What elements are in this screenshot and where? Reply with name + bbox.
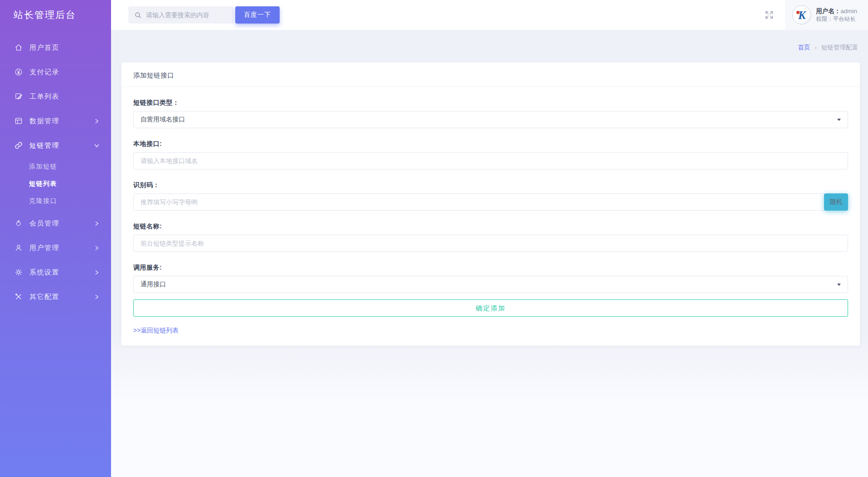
sidebar-subitem-clone-api[interactable]: 克隆接口: [0, 192, 111, 209]
shortlink-type-value: 自营用域名接口: [141, 116, 185, 124]
chevron-right-icon: [94, 246, 99, 251]
chevron-right-icon: [94, 119, 99, 124]
field-code: 识别码： 随机: [133, 181, 848, 211]
sidebar-item-label: 其它配置: [29, 293, 94, 301]
sidebar-subitem-add-shortlink[interactable]: 添加短链: [0, 158, 111, 175]
sidebar-item-user-management[interactable]: 用户管理: [0, 236, 111, 260]
ticket-icon: [14, 92, 23, 101]
home-icon: [14, 43, 23, 53]
role-label: 权限：: [816, 16, 833, 22]
code-label: 识别码：: [133, 181, 848, 189]
user-icon: [14, 243, 23, 253]
field-local-api: 本地接口:: [133, 140, 848, 169]
sidebar-item-label: 用户首页: [29, 43, 99, 52]
select-caret-icon: [837, 119, 841, 121]
breadcrumb-separator-icon: ›: [815, 44, 817, 51]
search-icon: [134, 11, 142, 19]
search-box: [128, 6, 234, 24]
sidebar-item-system-settings[interactable]: 系统设置: [0, 260, 111, 284]
app-title: 站长管理后台: [0, 0, 111, 30]
sidebar-item-user-home[interactable]: 用户首页: [0, 35, 111, 60]
username-label: 用户名：: [816, 8, 840, 14]
sidebar-item-label: 会员管理: [29, 219, 94, 228]
app-layout: 站长管理后台 用户首页 支付记录 工单列表: [0, 0, 868, 477]
tools-icon: [14, 292, 23, 302]
user-info: 用户名：admin 权限：平台站长: [816, 8, 857, 22]
field-service: 调用服务: 通用接口: [133, 264, 848, 293]
sidebar-item-data-management[interactable]: 数据管理: [0, 109, 111, 133]
add-shortlink-card: 添加短链接口 短链接口类型： 自营用域名接口 本地接口:: [121, 63, 860, 346]
sidebar-item-label: 短链管理: [29, 141, 94, 150]
data-table-icon: [14, 116, 23, 126]
breadcrumb: 首页 › 短链管理配置: [121, 30, 860, 52]
shortlink-name-input[interactable]: [133, 235, 848, 252]
service-value: 通用接口: [141, 280, 166, 289]
sidebar-item-label: 工单列表: [29, 92, 99, 101]
shortlink-submenu: 添加短链 短链列表 克隆接口: [0, 158, 111, 211]
user-block[interactable]: K 用户名：admin 权限：平台站长: [785, 0, 868, 30]
main-column: 百度一下 K 用户名：admin 权限：平台: [111, 0, 868, 477]
code-input[interactable]: [133, 193, 825, 211]
chain-link-icon: [14, 141, 23, 150]
content-area: 首页 › 短链管理配置 添加短链接口 短链接口类型： 自营用域名接口 本地接: [111, 30, 868, 477]
search-input[interactable]: [146, 11, 230, 19]
local-api-label: 本地接口:: [133, 140, 848, 148]
field-shortlink-name: 短链名称:: [133, 222, 848, 252]
breadcrumb-home-link[interactable]: 首页: [798, 43, 810, 52]
random-button[interactable]: 随机: [824, 193, 848, 211]
local-api-input[interactable]: [133, 152, 848, 169]
confirm-add-button[interactable]: 确定添加: [133, 299, 848, 317]
shortlink-type-label: 短链接口类型：: [133, 99, 848, 107]
sidebar-item-label: 系统设置: [29, 268, 94, 277]
shortlink-type-select[interactable]: 自营用域名接口: [133, 111, 848, 128]
sidebar-item-ticket-list[interactable]: 工单列表: [0, 84, 111, 109]
select-caret-icon: [837, 284, 841, 286]
back-to-shortlink-list-link[interactable]: >>返回短链列表: [133, 327, 179, 335]
chevron-right-icon: [94, 294, 99, 299]
shortlink-name-label: 短链名称:: [133, 222, 848, 231]
service-label: 调用服务:: [133, 264, 848, 272]
sidebar-item-payment-records[interactable]: 支付记录: [0, 60, 111, 84]
sidebar-item-shortlink-management[interactable]: 短链管理: [0, 133, 111, 158]
breadcrumb-current: 短链管理配置: [821, 43, 858, 52]
field-shortlink-type: 短链接口类型： 自营用域名接口: [133, 99, 848, 128]
yen-circle-icon: [14, 67, 23, 77]
chevron-right-icon: [94, 221, 99, 226]
sidebar-menu: 用户首页 支付记录 工单列表 数据管理: [0, 30, 111, 309]
expand-icon[interactable]: [764, 10, 774, 20]
sidebar-subitem-shortlink-list[interactable]: 短链列表: [0, 175, 111, 192]
avatar: K: [792, 5, 811, 24]
flame-icon: [14, 219, 23, 228]
card-body: 短链接口类型： 自营用域名接口 本地接口: 识别码：: [121, 87, 860, 346]
topbar-right: K 用户名：admin 权限：平台站长: [764, 0, 868, 30]
card-title: 添加短链接口: [121, 63, 860, 87]
sidebar-item-other-config[interactable]: 其它配置: [0, 284, 111, 309]
username-value: admin: [840, 8, 857, 14]
search-button[interactable]: 百度一下: [235, 6, 280, 24]
sidebar-item-label: 数据管理: [29, 117, 94, 125]
sidebar-item-member-management[interactable]: 会员管理: [0, 211, 111, 236]
service-select[interactable]: 通用接口: [133, 276, 848, 293]
search-group: 百度一下: [128, 6, 280, 24]
chevron-down-icon: [94, 143, 99, 148]
chevron-right-icon: [94, 270, 99, 275]
role-value: 平台站长: [833, 16, 856, 22]
sidebar-item-label: 用户管理: [29, 244, 94, 252]
topbar: 百度一下 K 用户名：admin 权限：平台: [111, 0, 868, 30]
sidebar: 站长管理后台 用户首页 支付记录 工单列表: [0, 0, 111, 477]
sidebar-item-label: 支付记录: [29, 68, 99, 77]
gear-icon: [14, 268, 23, 277]
